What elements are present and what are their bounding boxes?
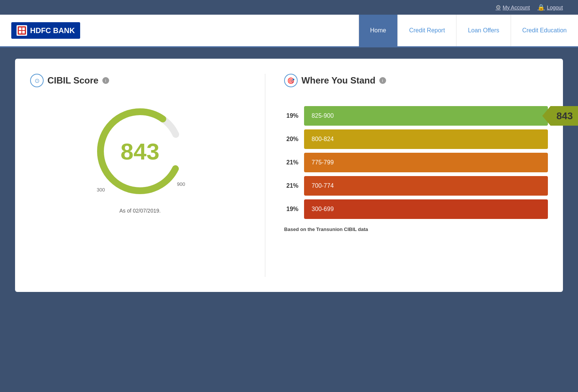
bar-range-3: 775-799 [312, 159, 334, 166]
stand-title: Where You Stand [301, 75, 375, 86]
bar-pct-5: 19% [284, 206, 298, 213]
gear-icon: ⚙ [496, 4, 501, 11]
stand-header: 🎯 Where You Stand i [284, 74, 548, 87]
tab-loan-offers[interactable]: Loan Offers [456, 15, 510, 46]
main-content: ⊙ CIBIL Score i 843 300 900 As of 02/07 [0, 47, 578, 303]
svg-rect-4 [22, 31, 25, 33]
gauge-max-label: 900 [177, 181, 185, 187]
bar-row-1: 19% 825-900 843 [284, 106, 548, 126]
bar-4: 700-774 [304, 176, 548, 196]
nav-tabs: Home Credit Report Loan Offers Credit Ed… [359, 15, 578, 46]
logout-link[interactable]: 🔒 Logout [537, 4, 563, 11]
logout-label: Logout [547, 5, 563, 11]
bars-container: 19% 825-900 843 20% 80 [284, 106, 548, 219]
logo-icon [17, 25, 27, 36]
bar-5: 300-699 [304, 199, 548, 219]
active-score: 843 [551, 106, 578, 126]
bar-range-5: 300-699 [312, 206, 334, 213]
my-account-link[interactable]: ⚙ My Account [496, 4, 530, 11]
bar-pct-1: 19% [284, 112, 298, 119]
bar-pct-4: 21% [284, 182, 298, 189]
cibil-title: CIBIL Score [47, 75, 99, 86]
tab-credit-report[interactable]: Credit Report [397, 15, 456, 46]
lock-icon: 🔒 [537, 4, 545, 11]
nav-bar: HDFC BANK Home Credit Report Loan Offers… [0, 15, 578, 47]
bar-range-2: 800-824 [312, 136, 334, 143]
stand-icon: 🎯 [284, 74, 298, 87]
bar-2: 800-824 [304, 129, 548, 149]
top-bar: ⚙ My Account 🔒 Logout [0, 0, 578, 15]
bar-row-4: 21% 700-774 [284, 176, 548, 196]
my-account-label: My Account [503, 5, 530, 11]
stand-info-icon[interactable]: i [379, 77, 386, 84]
cibil-section: ⊙ CIBIL Score i 843 300 900 As of 02/07 [30, 74, 265, 277]
bar-range-1: 825-900 [312, 112, 334, 119]
main-card: ⊙ CIBIL Score i 843 300 900 As of 02/07 [15, 59, 563, 292]
svg-rect-1 [19, 27, 21, 30]
stand-section: 🎯 Where You Stand i 19% 825-900 843 [265, 74, 548, 277]
hdfc-logo: HDFC BANK [11, 22, 80, 39]
bar-3: 775-799 [304, 153, 548, 172]
logo-text: HDFC BANK [30, 26, 75, 35]
svg-rect-2 [22, 27, 25, 30]
gauge-wrapper: 843 300 900 [91, 102, 189, 200]
bar-pct-3: 21% [284, 159, 298, 166]
tab-credit-education[interactable]: Credit Education [511, 15, 578, 46]
bar-row-3: 21% 775-799 [284, 153, 548, 172]
bar-row-2: 20% 800-824 [284, 129, 548, 149]
bar-1: 825-900 843 [304, 106, 548, 126]
svg-rect-3 [19, 31, 21, 33]
cibil-header: ⊙ CIBIL Score i [30, 74, 109, 87]
cibil-score-value: 843 [120, 138, 159, 165]
gauge-date: As of 02/07/2019. [119, 208, 161, 214]
tab-home[interactable]: Home [359, 15, 398, 46]
cibil-info-icon[interactable]: i [102, 77, 109, 84]
gauge-container: 843 300 900 As of 02/07/2019. [30, 102, 250, 214]
transunion-note: Based on the Transunion CIBIL data [284, 226, 548, 232]
logo-area: HDFC BANK [0, 15, 359, 46]
bar-pct-2: 20% [284, 136, 298, 143]
gauge-min-label: 300 [97, 187, 105, 193]
bar-range-4: 700-774 [312, 182, 334, 189]
arrow-icon [542, 106, 551, 126]
cibil-icon: ⊙ [30, 74, 44, 87]
bar-row-5: 19% 300-699 [284, 199, 548, 219]
